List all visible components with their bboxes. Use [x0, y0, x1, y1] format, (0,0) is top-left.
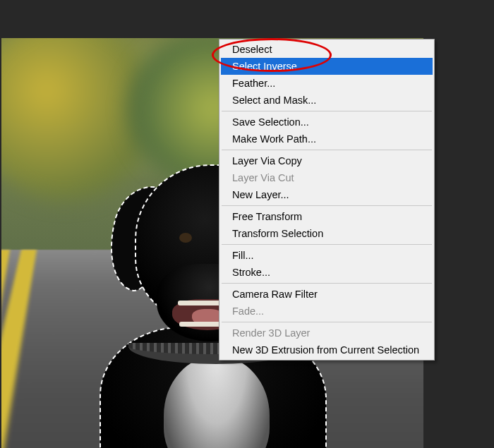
menu-item-fill[interactable]: Fill...	[221, 247, 433, 264]
menu-separator	[222, 322, 432, 322]
menu-item-save-selection[interactable]: Save Selection...	[221, 114, 433, 131]
menu-separator	[222, 205, 432, 206]
menu-item-camera-raw-filter[interactable]: Camera Raw Filter	[221, 286, 433, 303]
menu-separator	[222, 111, 432, 111]
menu-separator	[222, 150, 432, 150]
menu-item-new-3d-extrusion[interactable]: New 3D Extrusion from Current Selection	[221, 341, 433, 358]
menu-item-free-transform[interactable]: Free Transform	[221, 208, 433, 225]
menu-separator	[222, 244, 432, 245]
menu-item-layer-via-cut: Layer Via Cut	[221, 169, 433, 186]
menu-item-layer-via-copy[interactable]: Layer Via Copy	[221, 152, 433, 169]
menu-item-stroke[interactable]: Stroke...	[221, 264, 433, 281]
dog-eye	[179, 233, 192, 243]
menu-item-select-and-mask[interactable]: Select and Mask...	[221, 92, 433, 109]
menu-separator	[222, 283, 432, 284]
menu-item-deselect[interactable]: Deselect	[221, 41, 433, 58]
menu-item-render-3d-layer: Render 3D Layer	[221, 325, 433, 341]
menu-item-select-inverse[interactable]: Select Inverse	[221, 58, 433, 75]
menu-item-make-work-path[interactable]: Make Work Path...	[221, 131, 433, 147]
menu-item-feather[interactable]: Feather...	[221, 75, 433, 92]
menu-item-transform-selection[interactable]: Transform Selection	[221, 225, 433, 242]
context-menu: Deselect Select Inverse Feather... Selec…	[219, 39, 435, 361]
menu-item-new-layer[interactable]: New Layer...	[221, 186, 433, 203]
menu-item-fade: Fade...	[221, 303, 433, 320]
